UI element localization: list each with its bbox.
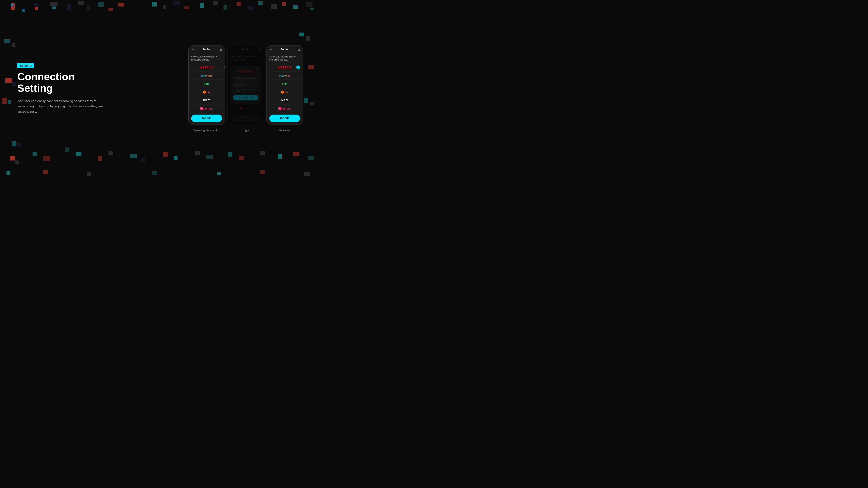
- service-nbo-3[interactable]: NB: [267, 96, 303, 104]
- phone-3-title: Setting: [272, 48, 298, 51]
- alltube-play-icon: ▶: [200, 107, 203, 110]
- logout-icon-3[interactable]: ⊡: [298, 48, 300, 51]
- service-bestvideo-1[interactable]: best video: [189, 71, 225, 79]
- phone-2-wrapper: ← Setting ⊡ Select services you want to …: [227, 45, 264, 132]
- connected-check: ✓: [296, 65, 300, 69]
- service-alltube-3[interactable]: ▶ AllTube: [267, 104, 303, 112]
- phone-3-wrapper: ← Setting ⊡ Select services you want to …: [267, 45, 303, 132]
- phone-3-header: ← Setting ⊡: [267, 45, 303, 53]
- modal-service-title: WEBFLIX: [233, 70, 258, 73]
- done-button-1[interactable]: DONE: [191, 115, 222, 122]
- logout-icon-1[interactable]: ⊡: [219, 48, 222, 51]
- tvplus-logo-3: 🍊 tv+: [281, 91, 288, 94]
- service-hola-3[interactable]: hola: [267, 79, 303, 88]
- nbo-logo-1: NB: [203, 99, 210, 102]
- phone-2-label: Login: [242, 129, 249, 132]
- phone-1-subtitle: Select services you want to connect to t…: [189, 53, 225, 63]
- phone-1: ← Setting ⊡ Select services you want to …: [188, 45, 225, 125]
- service-nbo-1[interactable]: NB: [189, 96, 225, 104]
- screen-badge: Screen 3: [18, 63, 34, 68]
- bestvideo-logo-1: best video: [201, 74, 212, 77]
- connector-dot-1: [224, 66, 225, 68]
- terms-label: I agree to the terms and conditions: [236, 89, 258, 93]
- service-bestvideo-3[interactable]: best video: [267, 71, 303, 79]
- phone-3: ← Setting ⊡ Select services you want to …: [267, 45, 303, 125]
- phones-container: ← Setting ⊡ Select services you want to …: [188, 45, 303, 132]
- hola-logo-3: hola: [282, 82, 287, 86]
- email-input[interactable]: [233, 76, 258, 81]
- hola-logo-1: hola: [204, 82, 210, 86]
- done-button-3[interactable]: DONE: [269, 115, 300, 122]
- login-modal: ✕ WEBFLIX I agree to the terms and condi…: [230, 66, 261, 104]
- service-webflix-1[interactable]: WEBFLIX: [189, 63, 225, 71]
- back-icon-3[interactable]: ←: [269, 48, 272, 51]
- nbo-logo-3: NB: [281, 99, 288, 102]
- service-alltube-1[interactable]: ▶ AllTube: [189, 104, 225, 112]
- service-tvplus-3[interactable]: 🍊 tv+: [267, 88, 303, 96]
- description: The user can easily connect streaming se…: [18, 98, 108, 114]
- back-icon-1[interactable]: ←: [191, 48, 194, 51]
- terms-checkbox[interactable]: [233, 90, 235, 92]
- alltube-logo-3: ▶ AllTube: [278, 107, 291, 110]
- service-hola-1[interactable]: hola: [189, 79, 225, 88]
- tvplus-logo-1: 🍊 tv+: [203, 91, 210, 94]
- terms-row: I agree to the terms and conditions: [233, 89, 258, 93]
- service-webflix-3[interactable]: WEBFLIX ✓: [267, 63, 303, 71]
- webflix-logo-1: WEBFLIX: [199, 66, 214, 69]
- nbo-dot: [208, 99, 210, 101]
- phone-3-subtitle: Select services you want to connect to t…: [267, 53, 303, 63]
- alltube-logo-1: ▶ AllTube: [200, 107, 213, 110]
- webflix-logo-3: WEBFLIX: [278, 66, 292, 69]
- modal-close-button[interactable]: ✕: [256, 68, 259, 71]
- phone-1-header: ← Setting ⊡: [189, 45, 225, 53]
- phone-1-label: Streaming Services List: [193, 129, 220, 132]
- main-title: Connection Setting: [18, 71, 108, 94]
- phone-3-label: Connected: [278, 129, 291, 132]
- phone-1-title: Setting: [194, 48, 219, 51]
- phone-1-wrapper: ← Setting ⊡ Select services you want to …: [188, 45, 225, 132]
- phone-2: ← Setting ⊡ Select services you want to …: [227, 45, 264, 125]
- login-overlay: ✕ WEBFLIX I agree to the terms and condi…: [228, 45, 264, 125]
- connect-button[interactable]: CONNECT: [233, 95, 258, 100]
- left-panel: Screen 3 Connection Setting The user can…: [18, 63, 108, 114]
- service-tvplus-1[interactable]: 🍊 tv+: [189, 88, 225, 96]
- tvplus-icon-circle: 🍊: [203, 91, 206, 94]
- password-input[interactable]: [233, 83, 258, 88]
